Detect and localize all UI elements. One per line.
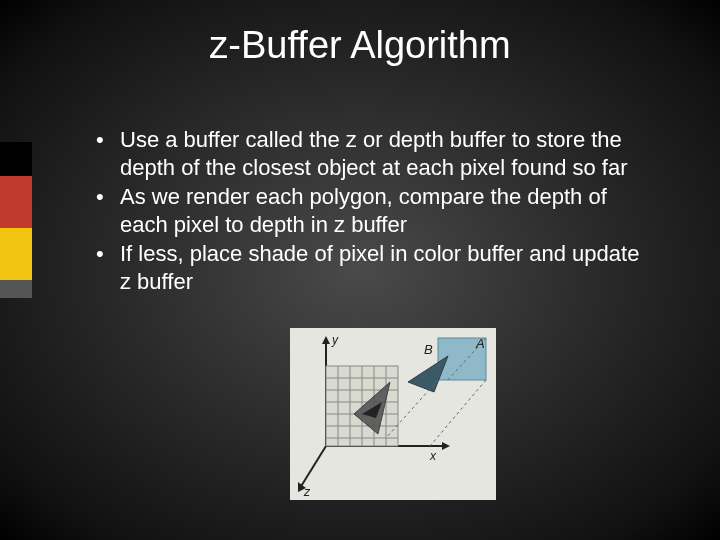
bullet-item: Use a buffer called the z or depth buffe…: [96, 126, 656, 181]
zbuffer-diagram: y x z A B: [290, 328, 496, 500]
accent-grey: [0, 280, 32, 298]
svg-line-22: [430, 380, 486, 446]
accent-yellow: [0, 228, 32, 280]
bullet-item: If less, place shade of pixel in color b…: [96, 240, 656, 295]
label-b: B: [424, 342, 433, 357]
axis-y-label: y: [331, 333, 339, 347]
accent-black: [0, 142, 32, 176]
svg-marker-3: [442, 442, 450, 450]
svg-marker-1: [322, 336, 330, 344]
accent-stripe: [0, 142, 32, 298]
accent-red: [0, 176, 32, 228]
slide-title: z-Buffer Algorithm: [0, 24, 720, 67]
axis-x-label: x: [429, 449, 437, 463]
bullet-item: As we render each polygon, compare the d…: [96, 183, 656, 238]
slide-body: Use a buffer called the z or depth buffe…: [96, 126, 656, 297]
axis-z-label: z: [303, 485, 311, 499]
svg-line-4: [300, 446, 326, 488]
